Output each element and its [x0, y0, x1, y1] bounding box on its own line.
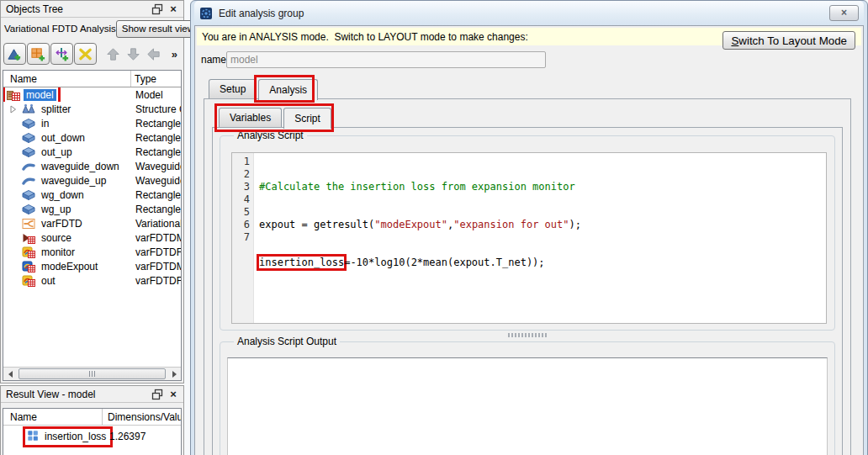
frequency-monitor-icon [22, 274, 35, 288]
dialog-icon [199, 7, 213, 20]
dialog-close-button[interactable]: × [829, 5, 859, 21]
script-line-1: #Calculate the insertion loss from expan… [259, 181, 826, 193]
mode-source-icon [22, 231, 35, 245]
script-output-area[interactable] [227, 357, 828, 455]
rectangle-icon [22, 145, 35, 159]
tree-item-modeExpout[interactable]: modeExpout varFDTDMo [3, 259, 181, 273]
waveguide-icon [22, 174, 35, 188]
dialog-titlebar[interactable]: Edit analysis group × [194, 1, 864, 25]
analysis-script-output-label: Analysis Script Output [234, 336, 340, 347]
expand-icon[interactable] [5, 105, 22, 114]
tree-item-wg_down[interactable]: wg_down Rectangle [3, 188, 181, 202]
analysis-script-editor[interactable]: 1 2 3 4 5 6 7 #Calculate the insertion l… [231, 152, 827, 324]
result-view-table: Name Dimensions/Value insertion_loss 1.2… [3, 408, 182, 455]
move-up-button[interactable] [103, 44, 123, 64]
splitter-handle[interactable] [508, 333, 547, 337]
line-number-gutter: 1 2 3 4 5 6 7 [232, 153, 254, 323]
result-header-value[interactable]: Dimensions/Value [103, 411, 181, 423]
dialog-body: You are in ANALYSIS mode. Switch to LAYO… [194, 25, 864, 455]
objects-tree-toolbar: » [1, 40, 183, 68]
show-result-view-button[interactable]: Show result view [116, 20, 200, 38]
result-header-name[interactable]: Name [3, 409, 103, 425]
tree-item-waveguide_up[interactable]: waveguide_up Waveguide [3, 173, 181, 188]
script-line-3: insertion_loss=-10*log10(2*mean(expout.T… [259, 257, 826, 269]
edit-analysis-group-dialog: Edit analysis group × You are in ANALYSI… [190, 0, 868, 455]
objects-tree-panel: Objects Tree × Variational FDTD Analysis… [0, 0, 184, 384]
objects-tree-titlebar: Objects Tree × [1, 1, 183, 18]
tree-item-out_up[interactable]: out_up Rectangle [3, 145, 181, 159]
tree-item-wg_up[interactable]: wg_up Rectangle [3, 202, 181, 216]
tree-item-out-monitor[interactable]: out varFDTDFre [3, 273, 181, 288]
tree-item-monitor[interactable]: monitor varFDTDFre [3, 245, 181, 259]
tree-item-splitter[interactable]: splitter Structure Gro [3, 102, 181, 116]
waveguide-icon [22, 160, 35, 173]
name-row: name [201, 51, 863, 68]
script-tab-pane: Analysis Script 1 2 3 4 5 6 7 [212, 127, 843, 455]
scrollbar-thumb[interactable] [19, 368, 166, 379]
annotation-insertion-loss-token: insertion_loss [259, 257, 344, 268]
tree-header: Name Type [3, 71, 181, 87]
analysis-script-group: Analysis Script 1 2 3 4 5 6 7 [220, 135, 835, 331]
objects-tree-table: Name Type model Model spli [3, 70, 182, 381]
toolbar-overflow-chevron[interactable]: » [172, 48, 181, 61]
add-monitor-button[interactable] [50, 43, 73, 65]
tree-header-name[interactable]: Name [3, 71, 131, 87]
result-value: 1.26397 [103, 431, 181, 442]
tree-item-varFDTD[interactable]: varFDTD VariationalF [3, 216, 181, 230]
analysis-script-output-group: Analysis Script Output [220, 341, 835, 455]
script-line-2: expout = getresult("modeExpout","expansi… [259, 219, 826, 231]
tab-script[interactable]: Script [283, 108, 331, 129]
result-row-insertion-loss[interactable]: insertion_loss 1.26397 [3, 426, 181, 447]
name-input[interactable] [226, 51, 546, 68]
structure-group-icon [22, 103, 35, 116]
rectangle-icon [22, 117, 35, 130]
close-panel-icon[interactable]: × [167, 388, 180, 400]
model-icon [7, 88, 20, 102]
switch-to-layout-mode-button[interactable]: Switch To Layout Mode [722, 31, 855, 50]
objects-tree-title: Objects Tree [6, 3, 148, 15]
tab-setup[interactable]: Setup [209, 79, 257, 98]
analysis-tab-pane: Variables Script Analysis Script 1 2 3 4 [204, 98, 851, 455]
tree-item-waveguide_down[interactable]: waveguide_down Waveguide [3, 159, 181, 173]
result-view-title: Result View - model [6, 389, 148, 400]
float-panel-icon[interactable] [151, 3, 164, 15]
objects-tree-toolrow: Variational FDTD Analysis Show result vi… [1, 18, 183, 40]
float-panel-icon[interactable] [151, 388, 164, 400]
screen: Objects Tree × Variational FDTD Analysis… [0, 0, 868, 455]
rectangle-icon [22, 131, 35, 145]
varfdtd-icon [22, 217, 35, 230]
solver-type-label: Variational FDTD Analysis [4, 24, 116, 34]
tree-item-out_down[interactable]: out_down Rectangle [3, 130, 181, 145]
result-view-titlebar: Result View - model × [1, 386, 183, 403]
tree-item-in[interactable]: in Rectangle [3, 116, 181, 130]
result-view-panel: Result View - model × Name Dimensions/Va… [0, 385, 184, 455]
result-dataset-icon [27, 430, 39, 444]
scroll-right-arrow[interactable] [167, 368, 181, 380]
annotation-insertion-loss-row: insertion_loss [25, 429, 110, 445]
scrollbar-track[interactable] [17, 368, 167, 380]
tab-analysis[interactable]: Analysis [258, 79, 318, 100]
add-simulation-button[interactable] [27, 43, 50, 65]
tab-variables[interactable]: Variables [219, 108, 282, 127]
name-field-label: name [201, 54, 226, 66]
mode-expansion-icon [22, 260, 35, 273]
move-down-button[interactable] [123, 44, 143, 64]
tree-item-model[interactable]: model Model [3, 87, 181, 102]
tree-body: model Model splitter Structure Gro in [3, 87, 181, 366]
add-analysis-button[interactable] [74, 43, 97, 65]
annotation-model: model [5, 87, 58, 102]
mode-info-text: You are in ANALYSIS mode. Switch to LAYO… [202, 31, 528, 43]
tree-header-type[interactable]: Type [131, 73, 181, 85]
script-code[interactable]: #Calculate the insertion loss from expan… [254, 153, 826, 323]
add-structure-button[interactable] [3, 43, 26, 65]
close-panel-icon[interactable]: × [167, 3, 180, 15]
tree-item-source[interactable]: source varFDTDMo [3, 230, 181, 245]
dialog-tabbar: Setup Analysis [209, 79, 320, 99]
rectangle-icon [22, 203, 35, 216]
scroll-left-arrow[interactable] [3, 368, 17, 380]
rectangle-icon [22, 188, 35, 202]
analysis-script-group-label: Analysis Script [234, 130, 307, 141]
move-left-button[interactable] [143, 44, 163, 64]
result-view-header: Name Dimensions/Value [3, 409, 181, 426]
tree-horizontal-scrollbar[interactable] [3, 367, 181, 380]
